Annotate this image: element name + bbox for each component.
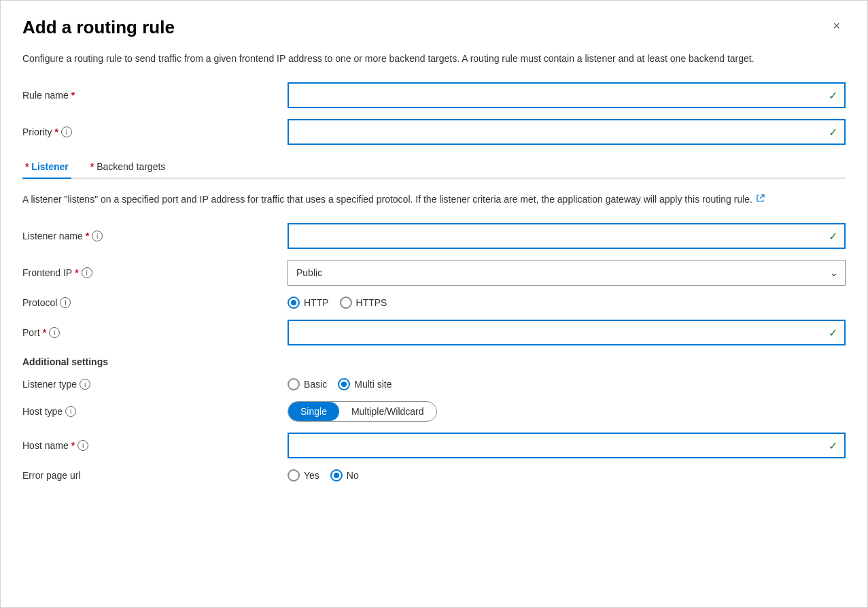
rule-name-check-icon: ✓ bbox=[829, 89, 837, 102]
host-name-check-icon: ✓ bbox=[829, 439, 837, 452]
dialog-description: Configure a routing rule to send traffic… bbox=[22, 52, 770, 66]
listener-type-multisite-radio[interactable] bbox=[338, 378, 350, 390]
rule-name-row: Rule name * contosoRule ✓ bbox=[22, 82, 846, 108]
tabs-container: * Listener * Backend targets bbox=[22, 156, 846, 179]
host-name-input[interactable]: www.contoso.com bbox=[297, 440, 820, 451]
host-type-label: Host type i bbox=[22, 406, 288, 417]
listener-tab-content: A listener "listens" on a specified port… bbox=[22, 179, 846, 482]
tab-listener[interactable]: * Listener bbox=[22, 156, 71, 179]
host-name-info-icon[interactable]: i bbox=[77, 440, 88, 451]
frontend-ip-chevron-icon: ⌄ bbox=[830, 267, 838, 278]
protocol-label: Protocol i bbox=[22, 297, 288, 308]
listener-description: A listener "listens" on a specified port… bbox=[22, 192, 770, 207]
listener-name-check-icon: ✓ bbox=[829, 230, 837, 243]
port-info-icon[interactable]: i bbox=[49, 327, 60, 338]
protocol-https-option[interactable]: HTTPS bbox=[340, 297, 387, 309]
error-page-url-no-option[interactable]: No bbox=[330, 469, 359, 482]
listener-name-row: Listener name * i contosoListener ✓ bbox=[22, 223, 846, 249]
error-page-url-no-radio[interactable] bbox=[330, 469, 343, 482]
frontend-ip-info-icon[interactable]: i bbox=[82, 267, 92, 278]
listener-type-info-icon[interactable]: i bbox=[80, 379, 90, 390]
port-label: Port * i bbox=[22, 327, 288, 338]
priority-info-icon[interactable]: i bbox=[61, 126, 72, 137]
priority-check-icon: ✓ bbox=[829, 126, 837, 139]
port-row: Port * i 80 ✓ bbox=[22, 320, 846, 345]
listener-type-basic-radio[interactable] bbox=[288, 378, 300, 390]
additional-settings-title: Additional settings bbox=[22, 356, 846, 367]
host-name-input-wrapper[interactable]: www.contoso.com ✓ bbox=[288, 433, 846, 458]
listener-name-label: Listener name * i bbox=[22, 231, 288, 241]
priority-label: Priority * i bbox=[22, 126, 288, 137]
add-routing-rule-dialog: Add a routing rule × Configure a routing… bbox=[0, 0, 868, 608]
error-page-url-label: Error page url bbox=[22, 470, 288, 481]
host-type-single-option[interactable]: Single bbox=[288, 402, 339, 421]
frontend-ip-label: Frontend IP * i bbox=[22, 267, 288, 278]
rule-name-label: Rule name * bbox=[22, 90, 288, 101]
listener-name-input[interactable]: contosoListener bbox=[297, 231, 820, 241]
listener-type-radio-group: Basic Multi site bbox=[288, 378, 392, 390]
host-name-row: Host name * i www.contoso.com ✓ bbox=[22, 433, 846, 458]
tab-backend-targets[interactable]: * Backend targets bbox=[88, 156, 169, 179]
dialog-title: Add a routing rule bbox=[22, 17, 175, 38]
listener-type-multisite-option[interactable]: Multi site bbox=[338, 378, 392, 390]
listener-type-basic-option[interactable]: Basic bbox=[288, 378, 327, 390]
error-page-url-radio-group: Yes No bbox=[288, 469, 359, 482]
protocol-http-option[interactable]: HTTP bbox=[288, 297, 329, 309]
error-page-url-yes-radio[interactable] bbox=[288, 469, 300, 482]
external-link-icon bbox=[757, 192, 765, 200]
close-button[interactable]: × bbox=[827, 17, 846, 35]
host-name-label: Host name * i bbox=[22, 440, 288, 451]
protocol-https-radio[interactable] bbox=[340, 297, 352, 309]
port-input-wrapper[interactable]: 80 ✓ bbox=[288, 320, 846, 345]
protocol-row: Protocol i HTTP HTTPS bbox=[22, 297, 846, 309]
protocol-info-icon[interactable]: i bbox=[60, 297, 71, 308]
host-type-row: Host type i Single Multiple/Wildcard bbox=[22, 401, 846, 422]
frontend-ip-row: Frontend IP * i Public ⌄ bbox=[22, 260, 846, 286]
port-check-icon: ✓ bbox=[829, 326, 837, 339]
priority-input-wrapper[interactable]: 100 ✓ bbox=[288, 119, 846, 145]
priority-row: Priority * i 100 ✓ bbox=[22, 119, 846, 145]
priority-input[interactable]: 100 bbox=[297, 126, 820, 137]
error-page-url-yes-option[interactable]: Yes bbox=[288, 469, 319, 482]
protocol-radio-group: HTTP HTTPS bbox=[288, 297, 387, 309]
priority-required: * bbox=[55, 126, 58, 137]
port-input[interactable]: 80 bbox=[297, 327, 820, 338]
error-page-url-row: Error page url Yes No bbox=[22, 469, 846, 482]
dialog-header: Add a routing rule × bbox=[22, 17, 846, 38]
additional-settings-section: Additional settings Listener type i Basi… bbox=[22, 356, 846, 482]
host-type-wildcard-option[interactable]: Multiple/Wildcard bbox=[339, 402, 436, 421]
rule-name-input-wrapper[interactable]: contosoRule ✓ bbox=[288, 82, 846, 108]
host-type-toggle-group: Single Multiple/Wildcard bbox=[288, 401, 437, 422]
rule-name-input[interactable]: contosoRule bbox=[297, 90, 820, 101]
host-type-info-icon[interactable]: i bbox=[65, 406, 76, 417]
protocol-http-radio[interactable] bbox=[288, 297, 300, 309]
listener-name-info-icon[interactable]: i bbox=[92, 231, 103, 241]
frontend-ip-dropdown[interactable]: Public ⌄ bbox=[288, 260, 846, 286]
listener-name-input-wrapper[interactable]: contosoListener ✓ bbox=[288, 223, 846, 249]
rule-name-required: * bbox=[71, 90, 75, 101]
listener-type-label: Listener type i bbox=[22, 379, 288, 390]
listener-type-row: Listener type i Basic Multi site bbox=[22, 378, 846, 390]
